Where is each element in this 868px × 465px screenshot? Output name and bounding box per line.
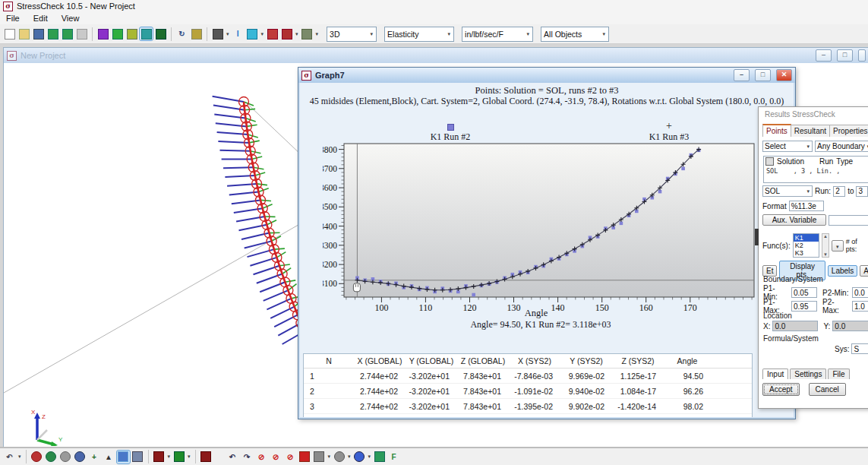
table-row[interactable]: 42.744e+02-3.202e+017.843e+01-1.699e-029… bbox=[304, 414, 752, 418]
labels-button[interactable]: Labels bbox=[828, 265, 857, 277]
function-item-k1[interactable]: K1 bbox=[794, 234, 819, 242]
panel-tab-input[interactable]: Input bbox=[762, 369, 788, 379]
undo-icon[interactable]: ↶ bbox=[226, 451, 239, 463]
function-item-k3[interactable]: K3 bbox=[794, 249, 819, 257]
flag-icon[interactable] bbox=[200, 451, 213, 463]
fill-red-dropdown-arrow[interactable]: ▾ bbox=[168, 454, 171, 460]
camera-icon[interactable] bbox=[301, 27, 314, 40]
zoom-extents-icon[interactable] bbox=[131, 451, 144, 463]
graph-window-titlebar[interactable]: σ Graph7 – □ ✕ bbox=[298, 68, 795, 83]
model-window-titlebar[interactable]: σ New Project – □ bbox=[4, 48, 868, 63]
menu-file[interactable]: File bbox=[6, 14, 20, 23]
solution-list-row[interactable]: SOL , 3 , Lin. , bbox=[764, 166, 868, 176]
results-tab-resultant[interactable]: Resultant bbox=[791, 125, 830, 137]
accept-button[interactable]: Accept bbox=[762, 383, 800, 396]
table-col-5[interactable]: Y (SYS2) bbox=[560, 354, 612, 369]
pan-view-icon[interactable] bbox=[59, 451, 72, 463]
close-button[interactable] bbox=[858, 49, 866, 62]
combo-3d[interactable]: 3D▾ bbox=[327, 27, 377, 42]
view-previous-dropdown-arrow[interactable]: ▾ bbox=[18, 454, 21, 460]
table-col-4[interactable]: X (SYS2) bbox=[509, 354, 560, 369]
open-icon[interactable] bbox=[17, 27, 30, 40]
functions-scrollbar[interactable]: ▲▼ bbox=[822, 233, 829, 258]
fill-green-icon[interactable] bbox=[172, 451, 185, 463]
tools-icon[interactable] bbox=[280, 27, 293, 40]
table-col-0[interactable]: N bbox=[304, 354, 354, 369]
deselect-curves-icon[interactable]: ⊘ bbox=[270, 451, 282, 463]
solution-dropdown[interactable]: SOL▾ bbox=[762, 185, 813, 197]
refresh-icon[interactable]: ↻ bbox=[175, 27, 188, 40]
draw-icon[interactable] bbox=[313, 451, 326, 463]
combo-elasticity[interactable]: Elasticity▾ bbox=[384, 27, 454, 42]
format-input[interactable]: %11.3e bbox=[789, 201, 824, 211]
fill-red-icon[interactable] bbox=[153, 451, 166, 463]
panel-tab-file[interactable]: File bbox=[828, 369, 849, 379]
p2-min-input[interactable]: 0.0 bbox=[852, 287, 868, 298]
pick-icon[interactable]: ▲ bbox=[103, 451, 115, 463]
table-col-6[interactable]: Z (SYS2) bbox=[612, 354, 664, 369]
material-darkgreen-icon[interactable] bbox=[154, 27, 167, 40]
table-row[interactable]: 32.744e+02-3.202e+017.843e+01-1.395e-029… bbox=[304, 399, 752, 414]
beam-section-icon[interactable]: I bbox=[232, 27, 245, 40]
table-col-3[interactable]: Z (GLOBAL) bbox=[457, 354, 509, 369]
new-icon[interactable] bbox=[3, 27, 16, 40]
graph-maximize-button[interactable]: □ bbox=[755, 69, 771, 81]
settings-gray-icon[interactable] bbox=[333, 451, 346, 463]
tools-dropdown-arrow[interactable]: ▾ bbox=[295, 31, 298, 37]
view-previous-icon[interactable]: ↶ bbox=[3, 451, 16, 463]
chart-plot-area[interactable]: 1001101201301401501601703100320033003400… bbox=[323, 138, 789, 314]
combo-all-objects[interactable]: All Objects▾ bbox=[541, 27, 609, 42]
table-col-2[interactable]: Y (GLOBAL) bbox=[406, 354, 457, 369]
key-icon[interactable] bbox=[190, 27, 203, 40]
material-green-icon[interactable] bbox=[111, 27, 124, 40]
orbit-view-icon[interactable] bbox=[74, 451, 87, 463]
redo-icon[interactable]: ↷ bbox=[241, 451, 254, 463]
panel-tab-settings[interactable]: Settings bbox=[790, 369, 826, 379]
results-tab-points[interactable]: Points bbox=[762, 124, 791, 137]
line-style-icon[interactable] bbox=[211, 27, 224, 40]
select-dropdown[interactable]: Select▾ bbox=[762, 141, 813, 152]
settings-gray-dropdown-arrow[interactable]: ▾ bbox=[348, 454, 351, 460]
stop-icon[interactable] bbox=[298, 451, 311, 463]
panel-collapse-handle[interactable] bbox=[755, 229, 759, 245]
table-col-7[interactable]: Angle bbox=[664, 354, 711, 369]
print-icon[interactable] bbox=[75, 27, 88, 40]
location-y-input[interactable]: 0.0 bbox=[832, 321, 868, 331]
sys-input[interactable]: S bbox=[851, 343, 868, 354]
fill-color-icon[interactable] bbox=[246, 27, 259, 40]
functions-listbox[interactable]: K1K2K3 bbox=[793, 233, 819, 258]
move-icon[interactable]: + bbox=[88, 451, 101, 463]
material-purple-icon[interactable] bbox=[96, 27, 109, 40]
boundary-dropdown[interactable]: Any Boundary▾ bbox=[815, 141, 868, 152]
graph-close-button[interactable]: ✕ bbox=[776, 69, 792, 81]
flag-small-icon[interactable] bbox=[266, 27, 279, 40]
zoom-window-icon[interactable] bbox=[117, 451, 130, 463]
p2-max-input[interactable]: 1.0 bbox=[852, 301, 868, 312]
cut-button[interactable]: A bbox=[860, 265, 868, 277]
line-style-dropdown-arrow[interactable]: ▾ bbox=[226, 31, 229, 37]
selection-teal-icon[interactable] bbox=[140, 27, 153, 40]
rotate-view-icon[interactable] bbox=[45, 451, 58, 463]
draw-dropdown-arrow[interactable]: ▾ bbox=[328, 454, 331, 460]
results-tab-properties[interactable]: Properties bbox=[829, 125, 868, 137]
funcs-dropdown-button[interactable]: ▾ bbox=[832, 240, 844, 251]
maximize-button[interactable]: □ bbox=[837, 49, 853, 62]
settings-blue-icon[interactable] bbox=[353, 451, 366, 463]
table-row[interactable]: 22.744e+02-3.202e+017.843e+01-1.091e-029… bbox=[304, 384, 752, 399]
solution-list-icon[interactable] bbox=[765, 157, 774, 166]
settings-blue-dropdown-arrow[interactable]: ▾ bbox=[368, 454, 371, 460]
fill-color-dropdown-arrow[interactable]: ▾ bbox=[261, 31, 264, 37]
save-all-icon[interactable] bbox=[46, 27, 59, 40]
combo-in-lbf-sec-f[interactable]: in/lbf/sec/F▾ bbox=[462, 27, 533, 42]
dynamic-rotate-icon[interactable] bbox=[30, 451, 43, 463]
camera-dropdown-arrow[interactable]: ▾ bbox=[316, 31, 319, 37]
graph-minimize-button[interactable]: – bbox=[734, 69, 750, 81]
p1-max-input[interactable]: 0.95 bbox=[791, 301, 817, 312]
location-x-input[interactable]: 0.0 bbox=[772, 321, 818, 331]
export-icon[interactable] bbox=[61, 27, 74, 40]
run-to-input[interactable]: 3 bbox=[856, 186, 868, 197]
graph-data-table[interactable]: NX (GLOBAL)Y (GLOBAL)Z (GLOBAL)X (SYS2)Y… bbox=[303, 353, 753, 417]
material-olive-icon[interactable] bbox=[125, 27, 138, 40]
minimize-button[interactable]: – bbox=[816, 49, 832, 62]
fill-green-dropdown-arrow[interactable]: ▾ bbox=[188, 454, 191, 460]
